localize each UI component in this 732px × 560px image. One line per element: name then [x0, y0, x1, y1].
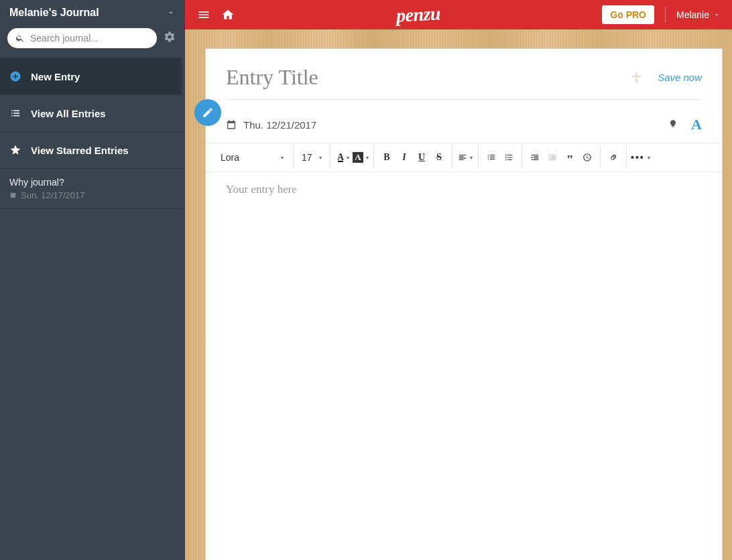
outdent-button[interactable] [544, 148, 561, 167]
lock-icon[interactable]: ☥ [631, 70, 642, 86]
sidebar-item-view-all[interactable]: View All Entries [0, 94, 182, 131]
lock-mini-icon [9, 192, 17, 199]
font-family-select[interactable]: Lora ▾ [215, 148, 289, 167]
topbar-right: Go PRO Melanie [602, 5, 720, 24]
italic-button[interactable]: I [395, 148, 413, 167]
strikethrough-button[interactable]: S [430, 148, 448, 167]
bold-button[interactable]: B [378, 148, 395, 167]
date-row: Thu. 12/21/2017 A [206, 107, 722, 143]
user-menu[interactable]: Melanie [676, 9, 720, 20]
title-row: ☥ Save now [226, 65, 702, 90]
format-toolbar: Lora ▾ 17 ▾ A ▾ A ▾ [206, 143, 722, 172]
sidebar-item-view-starred[interactable]: View Starred Entries [0, 131, 182, 168]
sidebar-item-label: View Starred Entries [31, 145, 129, 156]
highlight-color-button[interactable]: A ▾ [352, 148, 369, 167]
editor-top: ☥ Save now [206, 49, 722, 107]
highlight-icon: A [353, 152, 363, 163]
caret-down-icon [713, 11, 720, 18]
lightbulb-icon [668, 119, 678, 129]
journal-title: Melanie's Journal [9, 7, 99, 19]
topbar-left [197, 8, 235, 21]
svg-point-0 [505, 155, 507, 156]
calendar-icon [226, 119, 237, 130]
more-button[interactable]: ••• ▾ [631, 148, 650, 167]
ordered-list-button[interactable] [483, 148, 500, 167]
search-wrap[interactable] [7, 28, 157, 48]
sidebar-item-label: New Entry [31, 71, 80, 82]
caret-down-icon: ▾ [470, 155, 473, 161]
chevron-down-icon [166, 8, 176, 17]
bullet-list-icon [504, 153, 513, 162]
link-button[interactable] [605, 148, 622, 167]
main: penzu Go PRO Melanie ☥ Save now [185, 0, 732, 560]
settings-button[interactable] [164, 31, 176, 46]
link-icon [609, 153, 618, 162]
entry-title-input[interactable] [226, 65, 631, 90]
ellipsis-icon: ••• [631, 152, 645, 163]
svg-point-2 [505, 159, 507, 161]
outdent-icon [548, 153, 557, 162]
caret-down-icon: ▾ [648, 155, 650, 161]
sidebar: Melanie's Journal New Entry View All Ent… [0, 0, 185, 560]
plus-circle-icon [9, 70, 21, 82]
unordered-list-button[interactable] [500, 148, 517, 167]
caret-down-icon: ▾ [366, 155, 369, 161]
logo[interactable]: penzu [395, 3, 441, 26]
entry-date: Thu. 12/21/2017 [243, 119, 316, 131]
blockquote-button[interactable] [561, 148, 578, 167]
svg-point-1 [505, 157, 507, 158]
gear-icon [164, 31, 176, 43]
sidebar-item-label: View All Entries [31, 108, 106, 119]
entry-preview-date: Sun. 12/17/2017 [9, 190, 172, 200]
entry-preview-date-text: Sun. 12/17/2017 [21, 190, 84, 200]
sidebar-header[interactable]: Melanie's Journal [0, 0, 185, 28]
caret-down-icon: ▾ [347, 155, 349, 161]
quote-icon [565, 153, 574, 162]
ordered-list-icon [487, 153, 496, 162]
topbar: penzu Go PRO Melanie [185, 0, 732, 29]
star-icon [9, 144, 21, 156]
topbar-center: penzu [245, 4, 591, 25]
clock-icon [583, 153, 592, 162]
search-icon [15, 33, 25, 43]
search-row [0, 28, 185, 58]
divider [665, 7, 666, 23]
save-now-button[interactable]: Save now [658, 72, 702, 83]
caret-down-icon: ▾ [319, 155, 322, 161]
menu-icon[interactable] [197, 8, 210, 21]
date-right: A [668, 116, 702, 133]
caret-down-icon: ▾ [281, 155, 284, 161]
search-input[interactable] [30, 33, 149, 44]
user-name: Melanie [676, 9, 709, 20]
text-color-icon: A [337, 152, 344, 163]
date-picker[interactable]: Thu. 12/21/2017 [226, 119, 316, 131]
text-color-button[interactable]: A ▾ [334, 148, 352, 167]
prompt-button[interactable] [668, 119, 678, 131]
font-size-value: 17 [302, 152, 312, 163]
entry-body-editor[interactable] [206, 172, 722, 560]
underline-button[interactable]: U [413, 148, 430, 167]
go-pro-button[interactable]: Go PRO [602, 5, 654, 24]
align-left-icon [458, 153, 467, 162]
indent-icon [530, 153, 540, 162]
title-actions: ☥ Save now [631, 70, 702, 86]
list-icon [9, 107, 21, 119]
divider [226, 99, 702, 100]
pencil-icon [202, 107, 214, 119]
sidebar-item-new-entry[interactable]: New Entry [0, 58, 182, 94]
align-button[interactable]: ▾ [456, 148, 474, 167]
edit-fab-button[interactable] [194, 99, 221, 126]
indent-button[interactable] [526, 148, 544, 167]
timestamp-button[interactable] [578, 148, 596, 167]
editor-card: ☥ Save now Thu. 12/21/2017 A [205, 48, 723, 560]
home-icon[interactable] [221, 8, 235, 21]
entry-preview-title: Why journal? [9, 177, 172, 188]
font-family-value: Lora [221, 152, 239, 163]
font-style-button[interactable]: A [691, 116, 702, 133]
entry-preview[interactable]: Why journal? Sun. 12/17/2017 [0, 168, 182, 209]
font-size-select[interactable]: 17 ▾ [298, 148, 326, 167]
